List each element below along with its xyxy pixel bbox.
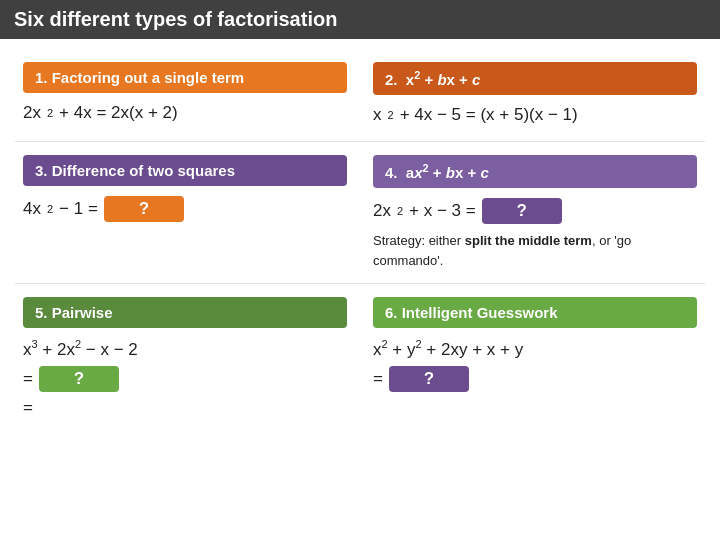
- section-5-math: x3 + 2x2 − x − 2 = ? =: [23, 338, 347, 418]
- section-1-header: 1. Factoring out a single term: [23, 62, 347, 93]
- section-1: 1. Factoring out a single term 2x2 + 4x …: [15, 54, 355, 136]
- section-2-math: x2 + 4x − 5 = (x + 5)(x − 1): [373, 105, 697, 125]
- section-3: 3. Difference of two squares 4x2 − 1 = ?: [15, 147, 355, 278]
- section-4-math: 2x2 + x − 3 = ?: [373, 198, 697, 224]
- section-5-header: 5. Pairwise: [23, 297, 347, 328]
- section-2: 2. x2 + bx + c x2 + 4x − 5 = (x + 5)(x −…: [365, 54, 705, 136]
- section-5-answer: ?: [39, 366, 119, 392]
- divider-1: [15, 141, 705, 142]
- section-4: 4. ax2 + bx + c 2x2 + x − 3 = ? Strategy…: [365, 147, 705, 278]
- section-6-answer: ?: [389, 366, 469, 392]
- section-3-answer: ?: [104, 196, 184, 222]
- divider-2: [15, 283, 705, 284]
- section-6-math: x2 + y2 + 2xy + x + y = ?: [373, 338, 697, 392]
- section-4-answer: ?: [482, 198, 562, 224]
- page-title: Six different types of factorisation: [0, 0, 720, 39]
- section-2-header: 2. x2 + bx + c: [373, 62, 697, 95]
- section-4-strategy: Strategy: either split the middle term, …: [373, 231, 697, 270]
- section-5: 5. Pairwise x3 + 2x2 − x − 2 = ? =: [15, 289, 355, 429]
- section-1-math: 2x2 + 4x = 2x(x + 2): [23, 103, 347, 123]
- section-6: 6. Intelligent Guesswork x2 + y2 + 2xy +…: [365, 289, 705, 429]
- section-6-header: 6. Intelligent Guesswork: [373, 297, 697, 328]
- section-3-math: 4x2 − 1 = ?: [23, 196, 347, 222]
- section-4-header: 4. ax2 + bx + c: [373, 155, 697, 188]
- section-3-header: 3. Difference of two squares: [23, 155, 347, 186]
